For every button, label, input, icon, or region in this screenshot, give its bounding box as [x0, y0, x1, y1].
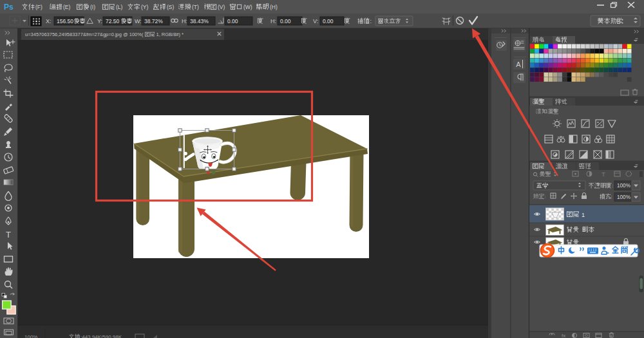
- svg-text:X:: X:: [46, 18, 52, 24]
- svg-text:72.50: 72.50: [106, 18, 120, 24]
- svg-text:fx: fx: [562, 333, 565, 338]
- svg-text:Y:: Y:: [97, 18, 102, 24]
- svg-text:H:: H:: [270, 18, 276, 24]
- svg-text:H:: H:: [182, 18, 187, 24]
- svg-text:(T): (T): [192, 4, 199, 10]
- svg-text:(F): (F): [35, 4, 43, 10]
- svg-text:(L): (L): [116, 4, 123, 10]
- svg-text:38.72%: 38.72%: [144, 18, 163, 24]
- svg-text::: :: [545, 194, 546, 200]
- svg-text::: :: [611, 194, 612, 200]
- svg-text:(V): (V): [218, 4, 225, 10]
- svg-text:T: T: [601, 171, 605, 178]
- svg-text:(W): (W): [243, 4, 252, 10]
- svg-text:(E): (E): [63, 4, 71, 10]
- svg-text:W:: W:: [135, 18, 142, 24]
- svg-text::443.94K/590.98K: :443.94K/590.98K: [80, 334, 122, 338]
- svg-text:T: T: [6, 230, 11, 239]
- svg-text:(S): (S): [167, 4, 175, 10]
- svg-text:38.43%: 38.43%: [190, 18, 209, 24]
- svg-text:156.50: 156.50: [57, 18, 73, 24]
- svg-text:V:: V:: [313, 18, 318, 24]
- svg-text::: :: [612, 183, 613, 189]
- svg-text:Ps: Ps: [4, 3, 14, 12]
- svg-text:A: A: [516, 61, 521, 68]
- svg-text:1, RGB/8#) *: 1, RGB/8#) *: [156, 32, 184, 37]
- svg-text:u=3457063756,249583377&fm=27&g: u=3457063756,249583377&fm=27&gp=0.jpg @ …: [25, 32, 144, 37]
- svg-text::: :: [370, 18, 372, 24]
- svg-text:0.00: 0.00: [323, 18, 334, 24]
- svg-text:100%: 100%: [617, 194, 630, 200]
- svg-text:(Y): (Y): [141, 4, 149, 10]
- svg-text:100%: 100%: [24, 334, 37, 338]
- svg-text:(I): (I): [90, 4, 95, 10]
- svg-text:0.00: 0.00: [227, 18, 238, 24]
- svg-text:(H): (H): [270, 4, 278, 10]
- svg-text:1: 1: [582, 212, 585, 218]
- svg-text:100%: 100%: [617, 183, 630, 189]
- svg-text:0.00: 0.00: [280, 18, 291, 24]
